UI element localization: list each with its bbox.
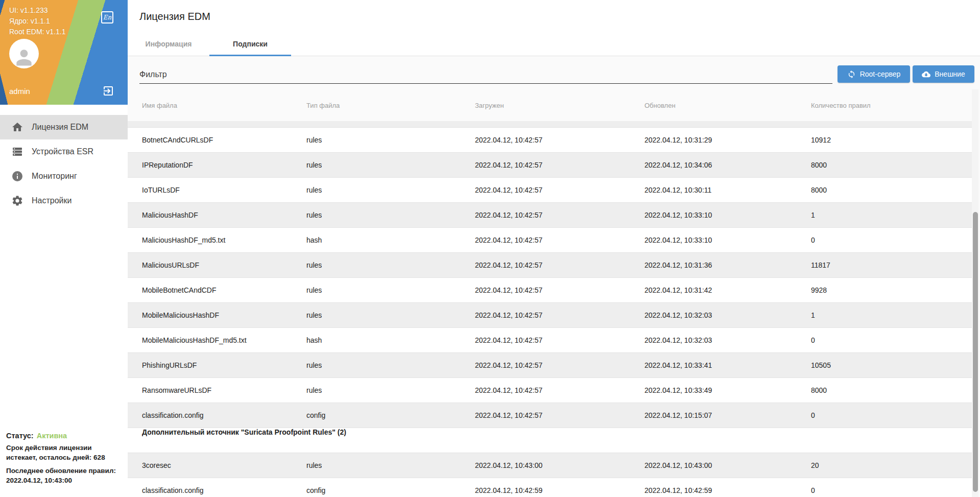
cell-name: 3coresec: [128, 461, 306, 469]
root-edm-version: Root EDM: v1.1.1: [9, 27, 66, 37]
tab-label: Подписки: [233, 40, 268, 48]
cell-type: rules: [306, 311, 475, 319]
table-row[interactable]: PhishingURLsDFrules2022.04.12, 10:42:572…: [128, 353, 972, 378]
cloud-download-icon: [922, 70, 930, 79]
cell-name: MobileMaliciousHashDF: [128, 311, 306, 319]
sync-icon: [847, 70, 856, 79]
tab-subscriptions[interactable]: Подписки: [209, 32, 291, 56]
filter-input[interactable]: [139, 65, 832, 84]
cell-count: 0: [811, 336, 972, 344]
cell-updated: 2022.04.12, 10:33:10: [644, 211, 811, 219]
cell-count: 1: [811, 311, 972, 319]
cell-count: 8000: [811, 186, 972, 194]
cell-loaded: 2022.04.12, 10:42:57: [475, 211, 644, 219]
cell-type: rules: [306, 136, 475, 144]
cell-name: IPReputationDF: [128, 161, 306, 169]
sidebar-item-devices-esr[interactable]: Устройства ESR: [0, 139, 128, 164]
cell-updated: 2022.04.12, 10:33:10: [644, 236, 811, 244]
cell-name: MaliciousHashDF_md5.txt: [128, 236, 306, 244]
sidebar-item-label: Настройки: [32, 196, 71, 205]
partial-scrolled-row: [128, 121, 972, 128]
cell-updated: 2022.04.12, 10:31:29: [644, 136, 811, 144]
cell-loaded: 2022.04.12, 10:42:57: [475, 136, 644, 144]
home-icon: [11, 121, 23, 133]
button-label: Root-сервер: [860, 70, 901, 78]
cell-type: config: [306, 411, 475, 419]
person-icon: [13, 46, 35, 68]
table-row[interactable]: RansomwareURLsDFrules2022.04.12, 10:42:5…: [128, 378, 972, 403]
cell-count: 10505: [811, 361, 972, 369]
cell-type: rules: [306, 386, 475, 394]
gear-icon: [11, 195, 23, 207]
cell-count: 10912: [811, 136, 972, 144]
cell-loaded: 2022.04.12, 10:42:57: [475, 336, 644, 344]
table-row[interactable]: MobileBotnetCAndCDFrules2022.04.12, 10:4…: [128, 278, 972, 303]
cell-loaded: 2022.04.12, 10:42:57: [475, 311, 644, 319]
cell-name: MobileBotnetCAndCDF: [128, 286, 306, 294]
cell-loaded: 2022.04.12, 10:42:57: [475, 411, 644, 419]
sidebar-item-monitoring[interactable]: Мониторинг: [0, 164, 128, 188]
cell-updated: 2022.04.12, 10:33:49: [644, 386, 811, 394]
cell-name: MobileMaliciousHashDF_md5.txt: [128, 336, 306, 344]
column-header-updated: Обновлен: [644, 102, 811, 109]
cell-loaded: 2022.04.12, 10:42:59: [475, 486, 644, 494]
cell-updated: 2022.04.12, 10:42:59: [644, 486, 811, 494]
main-content: Лицензия EDM Информация Подписки Root-се…: [128, 0, 980, 497]
external-button[interactable]: Внешние: [913, 65, 974, 83]
cell-count: 0: [811, 411, 972, 419]
cell-type: rules: [306, 461, 475, 469]
core-version: Ядро: v1.1.1: [9, 16, 66, 27]
cell-updated: 2022.04.12, 10:31:42: [644, 286, 811, 294]
cell-loaded: 2022.04.12, 10:43:00: [475, 461, 644, 469]
cell-count: 20: [811, 461, 972, 469]
cell-type: rules: [306, 261, 475, 269]
cell-updated: 2022.04.12, 10:15:07: [644, 411, 811, 419]
last-update-text: Последнее обновление правил: 2022.04.12,…: [6, 466, 117, 485]
section-header-label: Дополнительный источник "Suricata Proofp…: [128, 428, 346, 453]
logout-button[interactable]: [102, 85, 114, 97]
sidebar-item-license-edm[interactable]: Лицензия EDM: [0, 115, 128, 139]
cell-loaded: 2022.04.12, 10:42:57: [475, 286, 644, 294]
cell-updated: 2022.04.12, 10:31:36: [644, 261, 811, 269]
sidebar-item-settings[interactable]: Настройки: [0, 188, 128, 213]
cell-name: classification.config: [128, 411, 306, 419]
table-row[interactable]: BotnetCAndCURLsDFrules2022.04.12, 10:42:…: [128, 128, 972, 153]
column-header-loaded: Загружен: [475, 102, 644, 109]
license-expiry-text: Срок действия лицензии истекает, осталос…: [6, 443, 117, 462]
cell-name: BotnetCAndCURLsDF: [128, 136, 306, 144]
cell-name: classification.config: [128, 486, 306, 494]
cell-count: 1: [811, 211, 972, 219]
table-row[interactable]: MaliciousHashDFrules2022.04.12, 10:42:57…: [128, 203, 972, 228]
table-row[interactable]: IPReputationDFrules2022.04.12, 10:42:572…: [128, 153, 972, 178]
cell-count: 8000: [811, 161, 972, 169]
status-line: Статус:Активна: [6, 432, 117, 440]
table-row[interactable]: classification.configconfig2022.04.12, 1…: [128, 403, 972, 428]
cell-type: rules: [306, 211, 475, 219]
license-status-block: Статус:Активна Срок действия лицензии ис…: [6, 432, 117, 489]
cell-count: 11817: [811, 261, 972, 269]
language-switch-icon[interactable]: En: [101, 11, 113, 23]
table-header: Имя файла Тип файла Загружен Обновлен Ко…: [128, 89, 972, 121]
sidebar-item-label: Устройства ESR: [32, 147, 93, 156]
column-header-filename: Имя файла: [128, 102, 306, 109]
table-row[interactable]: MobileMaliciousHashDFrules2022.04.12, 10…: [128, 303, 972, 328]
cell-name: MaliciousHashDF: [128, 211, 306, 219]
table-row[interactable]: IoTURLsDFrules2022.04.12, 10:42:572022.0…: [128, 178, 972, 203]
sidebar-header: UI: v1.1.233 Ядро: v1.1.1 Root EDM: v1.1…: [0, 0, 128, 105]
cell-type: rules: [306, 361, 475, 369]
table-row[interactable]: 3coresecrules2022.04.12, 10:43:002022.04…: [128, 453, 972, 478]
table-row[interactable]: classification.configconfig2022.04.12, 1…: [128, 478, 972, 497]
scrollbar-thumb[interactable]: [973, 212, 978, 492]
table-row[interactable]: MaliciousHashDF_md5.txthash2022.04.12, 1…: [128, 228, 972, 253]
root-server-button[interactable]: Root-сервер: [838, 65, 910, 83]
cell-type: hash: [306, 236, 475, 244]
cell-loaded: 2022.04.12, 10:42:57: [475, 161, 644, 169]
page-title: Лицензия EDM: [139, 11, 210, 22]
table-row[interactable]: MaliciousURLsDFrules2022.04.12, 10:42:57…: [128, 253, 972, 278]
table-row[interactable]: MobileMaliciousHashDF_md5.txthash2022.04…: [128, 328, 972, 353]
status-label: Статус:: [6, 432, 34, 440]
cell-name: PhishingURLsDF: [128, 361, 306, 369]
tab-information[interactable]: Информация: [128, 32, 209, 56]
cell-updated: 2022.04.12, 10:32:03: [644, 311, 811, 319]
cell-type: rules: [306, 286, 475, 294]
